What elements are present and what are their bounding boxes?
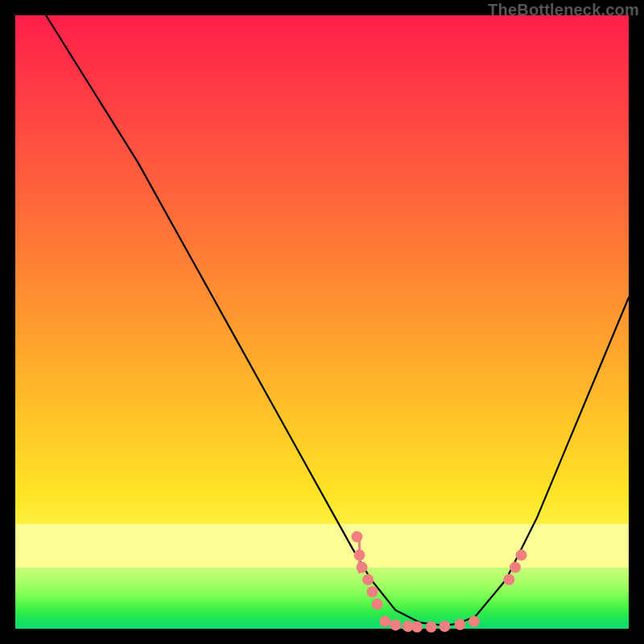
sample-dot — [357, 562, 368, 573]
sample-dot — [351, 531, 362, 543]
sample-dot — [367, 586, 378, 597]
plot-area — [15, 15, 629, 629]
sample-dots — [351, 531, 526, 633]
sample-dot — [362, 574, 374, 585]
sample-dot — [454, 619, 465, 630]
sample-dot — [426, 621, 437, 633]
sample-dot — [516, 550, 527, 561]
sample-dot — [372, 599, 383, 610]
sample-dot — [354, 550, 365, 561]
sample-dot — [469, 616, 480, 627]
sample-dot — [503, 574, 514, 585]
sample-dot — [439, 621, 450, 632]
chart-svg — [15, 15, 629, 629]
sample-dot — [380, 616, 391, 627]
bottleneck-curve — [46, 15, 629, 625]
sample-dot — [510, 562, 521, 573]
chart-stage: TheBottleneck.com — [0, 0, 644, 644]
sample-dot — [390, 619, 401, 630]
sample-dot — [411, 621, 423, 633]
